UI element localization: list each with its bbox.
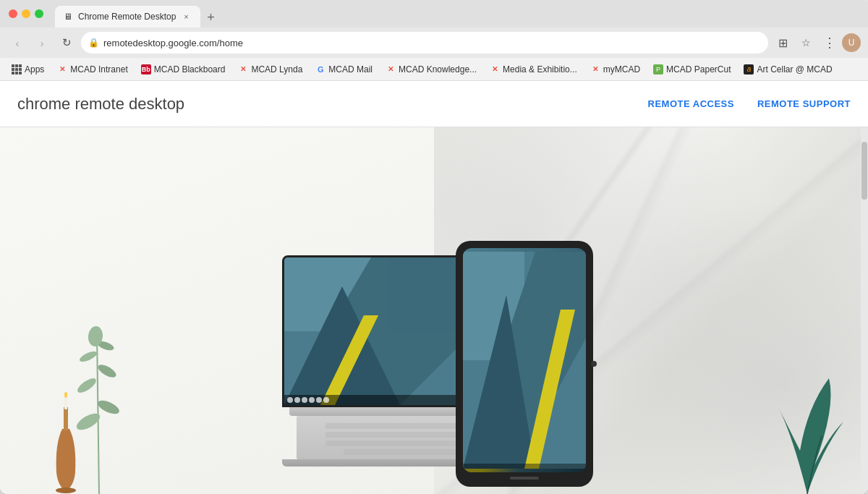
page-scrollbar[interactable] bbox=[861, 127, 868, 494]
svg-rect-19 bbox=[326, 432, 477, 438]
nav-right-buttons: ⊞ ☆ ⋮ U bbox=[773, 33, 861, 53]
browser-window: 🖥 Chrome Remote Desktop × + ‹ › ↻ 🔒 remo… bbox=[0, 0, 868, 494]
extensions-icon: ⊞ bbox=[778, 36, 788, 50]
star-icon: ☆ bbox=[801, 37, 811, 48]
lock-icon: 🔒 bbox=[88, 38, 99, 48]
bookmark-knowledge[interactable]: ✕ MCAD Knowledge... bbox=[380, 62, 482, 77]
active-tab[interactable]: 🖥 Chrome Remote Desktop × bbox=[55, 6, 200, 27]
bookmark-mcad-intranet[interactable]: ✕ MCAD Intranet bbox=[51, 62, 133, 77]
bookmark-media[interactable]: ✕ Media & Exhibitio... bbox=[484, 62, 583, 77]
bookmark-art-cellar[interactable]: a Art Cellar @ MCAD bbox=[738, 62, 838, 77]
close-button[interactable] bbox=[9, 9, 17, 18]
phone-screen-content bbox=[463, 248, 586, 472]
taskbar-icon-2 bbox=[294, 397, 300, 403]
taskbar-icon-3 bbox=[302, 397, 307, 403]
bookmark-mcad-intranet-icon: ✕ bbox=[57, 64, 67, 74]
menu-button[interactable]: ⋮ bbox=[819, 33, 839, 53]
menu-icon: ⋮ bbox=[823, 35, 835, 51]
svg-point-5 bbox=[78, 349, 98, 364]
tab-favicon: 🖥 bbox=[64, 12, 74, 22]
svg-point-2 bbox=[96, 398, 122, 417]
user-avatar[interactable]: U bbox=[842, 33, 861, 52]
bookmark-mymcad-label: myMCAD bbox=[603, 64, 640, 74]
svg-point-10 bbox=[64, 392, 67, 398]
bookmark-lynda[interactable]: ✕ MCAD Lynda bbox=[232, 62, 308, 77]
svg-point-11 bbox=[56, 487, 76, 493]
tab-title: Chrome Remote Desktop bbox=[78, 12, 176, 22]
phone-screen-graphic bbox=[463, 248, 586, 472]
crd-nav-buttons: REMOTE ACCESS REMOTE SUPPORT bbox=[648, 98, 851, 109]
bookmark-mcad-mail[interactable]: G MCAD Mail bbox=[310, 62, 378, 77]
svg-point-4 bbox=[96, 362, 118, 380]
vase-decoration bbox=[48, 386, 84, 494]
maximize-button[interactable] bbox=[35, 9, 43, 18]
bookmark-blackboard-label: MCAD Blackboard bbox=[154, 64, 226, 74]
teal-leaf-decoration bbox=[764, 378, 851, 494]
nav-bar: ‹ › ↻ 🔒 remotedesktop.google.com/home ⊞ … bbox=[0, 27, 868, 58]
hero-section bbox=[0, 127, 868, 494]
back-icon: ‹ bbox=[16, 37, 20, 49]
traffic-lights bbox=[9, 9, 43, 18]
bookmark-media-icon: ✕ bbox=[490, 64, 500, 74]
remote-support-button[interactable]: REMOTE SUPPORT bbox=[757, 98, 851, 109]
bookmark-lynda-label: MCAD Lynda bbox=[251, 64, 302, 74]
bookmark-button[interactable]: ☆ bbox=[796, 33, 816, 53]
svg-rect-9 bbox=[64, 396, 67, 409]
back-button[interactable]: ‹ bbox=[7, 33, 27, 53]
bookmark-papercut[interactable]: P MCAD PaperCut bbox=[647, 62, 736, 77]
bookmark-mail-icon: G bbox=[315, 64, 326, 74]
phone-status-bar bbox=[463, 464, 586, 472]
taskbar-icon-6 bbox=[323, 397, 329, 403]
taskbar-icon-5 bbox=[316, 397, 322, 403]
svg-rect-20 bbox=[326, 440, 477, 446]
phone-home-button bbox=[510, 477, 539, 480]
bookmark-blackboard[interactable]: Bb MCAD Blackboard bbox=[135, 62, 231, 77]
bookmark-knowledge-label: MCAD Knowledge... bbox=[399, 64, 477, 74]
bookmark-art-cellar-icon: a bbox=[744, 64, 754, 74]
forward-button[interactable]: › bbox=[32, 33, 52, 53]
bookmark-mail-label: MCAD Mail bbox=[328, 64, 373, 74]
remote-access-button[interactable]: REMOTE ACCESS bbox=[648, 98, 734, 109]
bookmarks-bar: Apps ✕ MCAD Intranet Bb MCAD Blackboard … bbox=[0, 58, 868, 81]
minimize-button[interactable] bbox=[22, 9, 30, 18]
crd-logo: chrome remote desktop bbox=[17, 95, 184, 114]
refresh-button[interactable]: ↻ bbox=[56, 33, 77, 53]
bookmark-art-cellar-label: Art Cellar @ MCAD bbox=[757, 64, 832, 74]
apps-grid-icon bbox=[12, 64, 22, 74]
bookmark-lynda-icon: ✕ bbox=[238, 64, 248, 74]
extensions-button[interactable]: ⊞ bbox=[773, 33, 793, 53]
bookmark-media-label: Media & Exhibitio... bbox=[503, 64, 577, 74]
phone-mockup bbox=[456, 241, 593, 487]
title-bar: 🖥 Chrome Remote Desktop × + bbox=[0, 0, 868, 27]
bookmark-papercut-label: MCAD PaperCut bbox=[666, 64, 731, 74]
taskbar-icon-1 bbox=[287, 397, 293, 403]
bookmark-blackboard-icon: Bb bbox=[141, 64, 151, 74]
bookmark-mcad-intranet-label: MCAD Intranet bbox=[70, 64, 127, 74]
refresh-icon: ↻ bbox=[62, 36, 72, 49]
bookmark-mymcad[interactable]: ✕ myMCAD bbox=[584, 62, 646, 77]
bookmark-papercut-icon: P bbox=[653, 64, 663, 74]
svg-rect-8 bbox=[64, 407, 68, 430]
svg-rect-21 bbox=[344, 449, 459, 455]
scrollbar-thumb[interactable] bbox=[861, 142, 867, 200]
bookmark-knowledge-icon: ✕ bbox=[386, 64, 396, 74]
page-content: chrome remote desktop REMOTE ACCESS REMO… bbox=[0, 81, 868, 494]
taskbar-icon-4 bbox=[309, 397, 315, 403]
crd-header: chrome remote desktop REMOTE ACCESS REMO… bbox=[0, 81, 868, 127]
new-tab-button[interactable]: + bbox=[200, 7, 221, 27]
phone-camera bbox=[591, 361, 597, 367]
tab-close-button[interactable]: × bbox=[180, 11, 192, 22]
address-bar[interactable]: 🔒 remotedesktop.google.com/home bbox=[81, 32, 768, 54]
avatar-image: U bbox=[848, 38, 855, 48]
svg-rect-18 bbox=[326, 423, 477, 429]
phone-screen bbox=[463, 248, 586, 472]
devices-container bbox=[268, 241, 600, 494]
url-text: remotedesktop.google.com/home bbox=[103, 38, 761, 48]
bookmark-mymcad-icon: ✕ bbox=[590, 64, 600, 74]
forward-icon: › bbox=[41, 37, 44, 49]
bookmark-apps-label: Apps bbox=[25, 64, 44, 74]
bookmark-apps[interactable]: Apps bbox=[6, 62, 50, 77]
tabs-area: 🖥 Chrome Remote Desktop × + bbox=[55, 0, 859, 27]
